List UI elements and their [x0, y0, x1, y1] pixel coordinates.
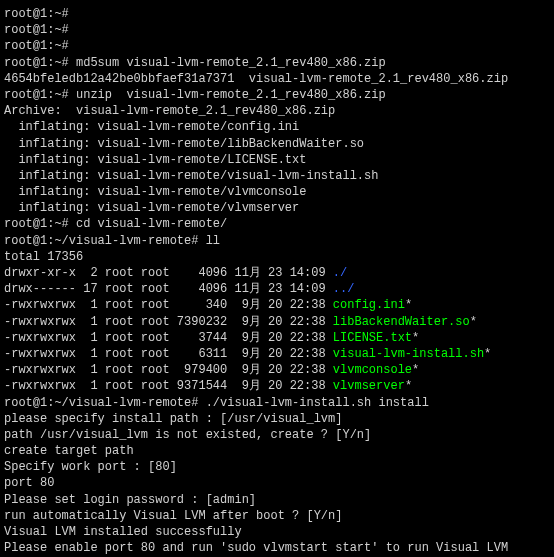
shell-output: inflating: visual-lvm-remote/libBackendW…	[4, 137, 364, 151]
shell-output: *	[484, 347, 491, 361]
terminal-line: -rwxrwxrwx 1 root root 6311 9月 20 22:38 …	[4, 346, 550, 362]
terminal-line: port 80	[4, 475, 550, 491]
terminal-line: Visual LVM installed successfully	[4, 524, 550, 540]
terminal-line: root@1:~# cd visual-lvm-remote/	[4, 216, 550, 232]
shell-output: ./	[333, 266, 347, 280]
shell-output: 4654bfeledb12a42be0bbfaef31a7371	[4, 72, 249, 86]
shell-output: -rwxrwxrwx 1 root root 7390232 9月 20 22:…	[4, 315, 333, 329]
shell-output: visual-lvm-install.sh	[333, 347, 484, 361]
shell-output: *	[412, 331, 419, 345]
shell-output: vlvmconsole	[333, 363, 412, 377]
shell-output: drwx------ 17 root root 4096 11月 23 14:0…	[4, 282, 333, 296]
shell-output: total 17356	[4, 250, 83, 264]
shell-output: run automatically Visual LVM after boot …	[4, 509, 342, 523]
shell-command: unzip visual-lvm-remote_2.1_rev480_x86.z…	[69, 88, 386, 102]
shell-prompt: root@1:~#	[4, 88, 69, 102]
terminal-line: root@1:~# unzip visual-lvm-remote_2.1_re…	[4, 87, 550, 103]
shell-output: *	[470, 315, 477, 329]
terminal-line: -rwxrwxrwx 1 root root 3744 9月 20 22:38 …	[4, 330, 550, 346]
terminal-line: root@1:~/visual-lvm-remote# ll	[4, 233, 550, 249]
shell-output: ../	[333, 282, 355, 296]
shell-output: inflating: visual-lvm-remote/visual-lvm-…	[4, 169, 378, 183]
shell-output: -rwxrwxrwx 1 root root 9371544 9月 20 22:…	[4, 379, 333, 393]
shell-prompt: root@1:~#	[4, 217, 69, 231]
terminal-line: -rwxrwxrwx 1 root root 9371544 9月 20 22:…	[4, 378, 550, 394]
shell-prompt: root@1:~#	[4, 7, 69, 21]
shell-command: cd visual-lvm-remote/	[69, 217, 227, 231]
shell-output: Please enable port 80 and run 'sudo vlvm…	[4, 541, 508, 555]
terminal-line: inflating: visual-lvm-remote/visual-lvm-…	[4, 168, 550, 184]
terminal-line: inflating: visual-lvm-remote/vlvmserver	[4, 200, 550, 216]
shell-command: ll	[198, 234, 220, 248]
terminal-line: inflating: visual-lvm-remote/LICENSE.txt	[4, 152, 550, 168]
terminal-line: root@1:~# md5sum visual-lvm-remote_2.1_r…	[4, 55, 550, 71]
shell-output: -rwxrwxrwx 1 root root 340 9月 20 22:38	[4, 298, 333, 312]
shell-output: port 80	[4, 476, 54, 490]
shell-prompt: root@1:~/visual-lvm-remote#	[4, 396, 198, 410]
shell-output: LICENSE.txt	[333, 331, 412, 345]
terminal-line: drwx------ 17 root root 4096 11月 23 14:0…	[4, 281, 550, 297]
shell-output: -rwxrwxrwx 1 root root 6311 9月 20 22:38	[4, 347, 333, 361]
shell-output: path /usr/visual_lvm is not existed, cre…	[4, 428, 371, 442]
terminal-line: inflating: visual-lvm-remote/libBackendW…	[4, 136, 550, 152]
shell-command: md5sum visual-lvm-remote_2.1_rev480_x86.…	[69, 56, 386, 70]
terminal-line: Specify work port : [80]	[4, 459, 550, 475]
shell-output: please specify install path : [/usr/visu…	[4, 412, 342, 426]
terminal[interactable]: root@1:~#root@1:~#root@1:~#root@1:~# md5…	[0, 0, 554, 557]
shell-output: *	[412, 363, 419, 377]
terminal-line: please specify install path : [/usr/visu…	[4, 411, 550, 427]
terminal-line: run automatically Visual LVM after boot …	[4, 508, 550, 524]
shell-output: Visual LVM installed successfully	[4, 525, 242, 539]
shell-output: inflating: visual-lvm-remote/LICENSE.txt	[4, 153, 306, 167]
terminal-line: Archive: visual-lvm-remote_2.1_rev480_x8…	[4, 103, 550, 119]
terminal-line: drwxr-xr-x 2 root root 4096 11月 23 14:09…	[4, 265, 550, 281]
shell-prompt: root@1:~#	[4, 23, 69, 37]
terminal-line: Please enable port 80 and run 'sudo vlvm…	[4, 540, 550, 556]
shell-output: config.ini	[333, 298, 405, 312]
terminal-line: inflating: visual-lvm-remote/config.ini	[4, 119, 550, 135]
shell-output: *	[405, 298, 412, 312]
terminal-line: root@1:~#	[4, 22, 550, 38]
shell-output: visual-lvm-remote_2.1_rev480_x86.zip	[249, 72, 508, 86]
shell-prompt: root@1:~#	[4, 39, 69, 53]
terminal-line: root@1:~#	[4, 38, 550, 54]
terminal-line: -rwxrwxrwx 1 root root 979400 9月 20 22:3…	[4, 362, 550, 378]
shell-output: -rwxrwxrwx 1 root root 979400 9月 20 22:3…	[4, 363, 333, 377]
terminal-line: 4654bfeledb12a42be0bbfaef31a7371 visual-…	[4, 71, 550, 87]
shell-output: inflating: visual-lvm-remote/config.ini	[4, 120, 299, 134]
shell-prompt: root@1:~#	[4, 56, 69, 70]
terminal-line: -rwxrwxrwx 1 root root 7390232 9月 20 22:…	[4, 314, 550, 330]
terminal-line: create target path	[4, 443, 550, 459]
shell-output: drwxr-xr-x 2 root root 4096 11月 23 14:09	[4, 266, 333, 280]
shell-command: ./visual-lvm-install.sh install	[198, 396, 428, 410]
shell-output: libBackendWaiter.so	[333, 315, 470, 329]
terminal-line: root@1:~#	[4, 6, 550, 22]
shell-output: Please set login password : [admin]	[4, 493, 256, 507]
shell-prompt: root@1:~/visual-lvm-remote#	[4, 234, 198, 248]
shell-output: Archive: visual-lvm-remote_2.1_rev480_x8…	[4, 104, 335, 118]
shell-output: create target path	[4, 444, 134, 458]
terminal-line: root@1:~/visual-lvm-remote# ./visual-lvm…	[4, 395, 550, 411]
shell-output: *	[405, 379, 412, 393]
terminal-line: inflating: visual-lvm-remote/vlvmconsole	[4, 184, 550, 200]
shell-output: vlvmserver	[333, 379, 405, 393]
shell-output: inflating: visual-lvm-remote/vlvmconsole	[4, 185, 306, 199]
terminal-line: path /usr/visual_lvm is not existed, cre…	[4, 427, 550, 443]
shell-output: -rwxrwxrwx 1 root root 3744 9月 20 22:38	[4, 331, 333, 345]
terminal-line: Please set login password : [admin]	[4, 492, 550, 508]
terminal-line: -rwxrwxrwx 1 root root 340 9月 20 22:38 c…	[4, 297, 550, 313]
shell-output: Specify work port : [80]	[4, 460, 177, 474]
terminal-line: total 17356	[4, 249, 550, 265]
shell-output: inflating: visual-lvm-remote/vlvmserver	[4, 201, 299, 215]
